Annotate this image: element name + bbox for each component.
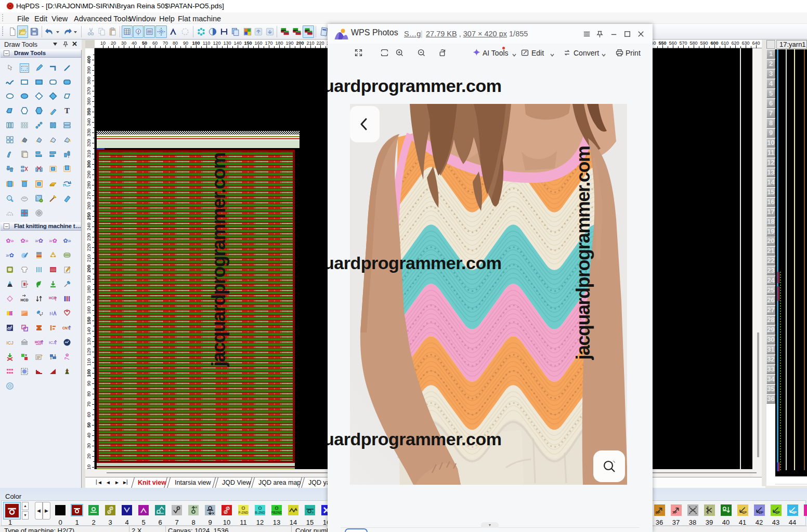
svg-text:icon: icon — [148, 31, 151, 33]
svg-text:ICJ: ICJ — [49, 340, 55, 345]
svg-text:HCD: HCD — [49, 296, 56, 300]
svg-text:»✿: »✿ — [49, 237, 57, 244]
svg-text:ICJ: ICJ — [6, 340, 14, 345]
svg-text:»✿: »✿ — [35, 237, 43, 244]
svg-text:2P: 2P — [759, 510, 763, 515]
svg-text:✿: ✿ — [66, 353, 69, 357]
svg-text:✿»: ✿» — [20, 237, 28, 244]
svg-text:HCD: HCD — [35, 340, 42, 344]
svg-text:J: J — [41, 312, 43, 315]
svg-text:B-2ND: B-2ND — [255, 511, 265, 514]
svg-text:FB2ND: FB2ND — [271, 511, 282, 514]
svg-text:✿»: ✿» — [63, 237, 71, 244]
svg-text:»✿: »✿ — [6, 252, 14, 258]
svg-text:F-2ND: F-2ND — [238, 511, 248, 514]
svg-text:HCD: HCD — [20, 298, 28, 302]
svg-text:1P: 1P — [742, 510, 747, 515]
svg-text:6P: 6P — [656, 510, 660, 515]
svg-text:T: T — [64, 107, 70, 115]
svg-text:3P: 3P — [775, 510, 780, 515]
svg-text:4P: 4P — [792, 510, 797, 515]
svg-text:7P: 7P — [672, 510, 677, 515]
svg-text:✿»: ✿» — [6, 237, 14, 244]
